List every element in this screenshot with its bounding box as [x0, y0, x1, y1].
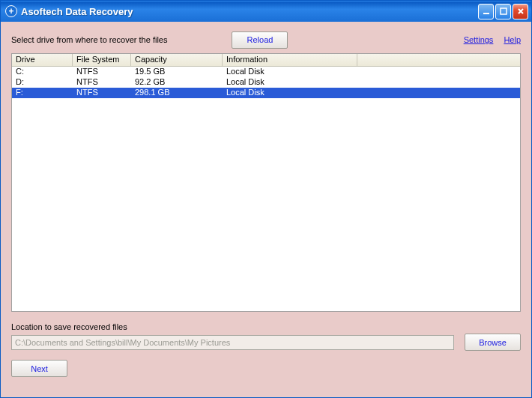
instruction-label: Select drive from where to recover the f… [11, 35, 167, 44]
save-row: Browse [11, 334, 521, 351]
table-cell: NTFS [73, 67, 131, 77]
table-cell: NTFS [73, 88, 131, 98]
col-drive[interactable]: Drive [12, 54, 73, 66]
col-filesystem[interactable]: File System [73, 54, 131, 66]
table-cell: 92.2 GB [131, 77, 223, 88]
window-title: Asoftech Data Recovery [21, 6, 478, 17]
table-cell: C: [12, 67, 73, 77]
table-row[interactable]: F:NTFS298.1 GBLocal Disk [12, 88, 520, 98]
close-button[interactable] [513, 4, 528, 19]
table-row[interactable]: C:NTFS19.5 GBLocal Disk [12, 67, 520, 77]
save-path-input[interactable] [11, 335, 454, 350]
table-cell: Local Disk [223, 67, 357, 77]
minimize-button[interactable] [478, 4, 494, 19]
table-cell: NTFS [73, 77, 131, 88]
content-area: Select drive from where to recover the f… [1, 22, 531, 397]
svg-rect-0 [483, 13, 489, 14]
browse-button[interactable]: Browse [465, 334, 521, 351]
window-buttons [478, 4, 528, 19]
drive-table: Drive File System Capacity Information C… [11, 53, 521, 312]
table-cell: Local Disk [223, 77, 357, 88]
app-icon: + [5, 5, 17, 17]
table-body: C:NTFS19.5 GBLocal DiskD:NTFS92.2 GBLoca… [12, 67, 520, 98]
table-cell: Local Disk [223, 88, 357, 98]
top-links: Settings Help [464, 35, 521, 44]
table-header: Drive File System Capacity Information [12, 54, 520, 67]
maximize-button[interactable] [495, 4, 511, 19]
minimize-icon [482, 7, 491, 16]
table-cell: F: [12, 88, 73, 98]
save-label: Location to save recovered files [11, 322, 521, 331]
top-row: Select drive from where to recover the f… [11, 31, 521, 49]
col-information[interactable]: Information [223, 54, 357, 66]
reload-button[interactable]: Reload [232, 31, 288, 49]
save-section: Location to save recovered files Browse [11, 322, 521, 351]
maximize-icon [499, 7, 508, 16]
close-icon [516, 7, 525, 16]
col-spacer [357, 54, 520, 66]
table-cell: 19.5 GB [131, 67, 223, 77]
settings-link[interactable]: Settings [464, 35, 494, 44]
table-cell: D: [12, 77, 73, 88]
titlebar: + Asoftech Data Recovery [1, 1, 531, 22]
help-link[interactable]: Help [504, 35, 521, 44]
app-window: + Asoftech Data Recovery Select drive fr… [0, 0, 532, 398]
table-cell: 298.1 GB [131, 88, 223, 98]
next-button[interactable]: Next [11, 360, 67, 377]
table-row[interactable]: D:NTFS92.2 GBLocal Disk [12, 77, 520, 88]
svg-rect-1 [501, 8, 507, 14]
col-capacity[interactable]: Capacity [131, 54, 223, 66]
